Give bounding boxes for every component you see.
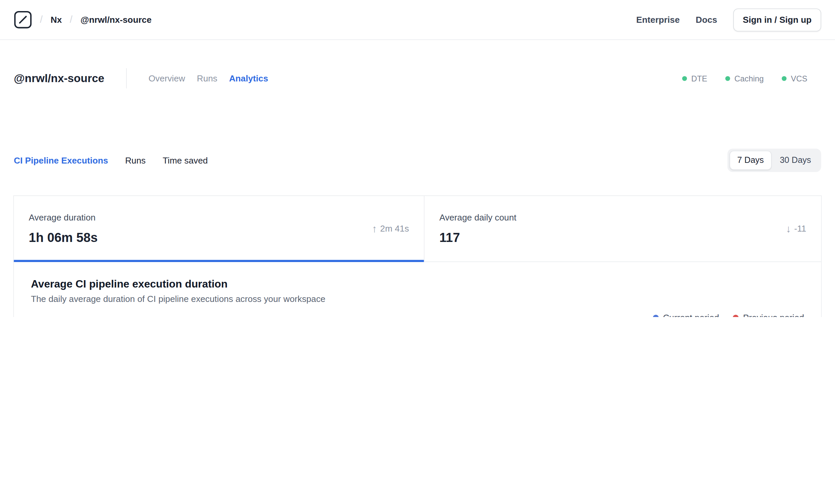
delta-value: 2m 41s xyxy=(380,223,409,234)
card-delta: ↑ 2m 41s xyxy=(372,223,409,235)
status-label: Caching xyxy=(734,74,763,83)
card-delta: ↓ -11 xyxy=(786,223,807,235)
tab-ci-pipeline-executions[interactable]: CI Pipeline Executions xyxy=(14,155,108,165)
status-indicators: DTE Caching VCS xyxy=(682,74,807,83)
date-range-toggle: 7 Days 30 Days xyxy=(727,148,821,172)
tab-runs-metric[interactable]: Runs xyxy=(125,155,145,165)
signin-button[interactable]: Sign in / Sign up xyxy=(733,8,821,31)
chart-subtitle: The daily average duration of CI pipelin… xyxy=(31,294,804,304)
range-30-days-button[interactable]: 30 Days xyxy=(772,151,819,170)
delta-value: -11 xyxy=(794,223,806,234)
breadcrumb-separator: / xyxy=(40,14,43,25)
current-period-dot-icon xyxy=(653,315,658,317)
page-title: @nrwl/nx-source xyxy=(14,72,104,85)
workspace-header: @nrwl/nx-source Overview Runs Analytics … xyxy=(0,40,835,88)
previous-period-dot-icon xyxy=(733,315,738,317)
nx-logo-icon[interactable] xyxy=(14,11,32,29)
card-main: Average duration 1h 06m 58s xyxy=(29,213,372,245)
legend-label: Previous period xyxy=(743,313,804,317)
stat-cards-row: Average duration 1h 06m 58s ↑ 2m 41s Ave… xyxy=(14,196,821,262)
topnav: Enterprise Docs Sign in / Sign up xyxy=(636,8,821,31)
chart-title: Average CI pipeline execution duration xyxy=(31,278,804,290)
dte-status-dot-icon xyxy=(682,76,687,80)
arrow-down-icon: ↓ xyxy=(786,223,791,235)
legend-label: Current period xyxy=(663,313,719,317)
arrow-up-icon: ↑ xyxy=(372,223,377,235)
status-dte: DTE xyxy=(682,74,707,83)
breadcrumb-separator: / xyxy=(70,14,73,25)
page: / Nx / @nrwl/nx-source Enterprise Docs S… xyxy=(0,0,835,317)
chart-section: Average CI pipeline execution duration T… xyxy=(14,262,821,317)
metric-tab-row: CI Pipeline Executions Runs Time saved 7… xyxy=(0,148,835,172)
workspace-tabs: Overview Runs Analytics xyxy=(148,74,268,83)
enterprise-link[interactable]: Enterprise xyxy=(636,15,680,25)
status-label: VCS xyxy=(791,74,807,83)
topbar: / Nx / @nrwl/nx-source Enterprise Docs S… xyxy=(0,0,835,40)
breadcrumb-org[interactable]: Nx xyxy=(50,15,62,25)
average-daily-count-card[interactable]: Average daily count 117 ↓ -11 xyxy=(424,196,821,261)
legend-current-period[interactable]: Current period xyxy=(653,313,719,317)
chart-legend: Current period Previous period xyxy=(31,313,804,317)
nx-logo-svg xyxy=(14,11,32,29)
status-vcs: VCS xyxy=(782,74,807,83)
card-title: Average daily count xyxy=(439,213,786,222)
breadcrumb-repo[interactable]: @nrwl/nx-source xyxy=(80,15,151,25)
analytics-panel: Average duration 1h 06m 58s ↑ 2m 41s Ave… xyxy=(14,195,822,317)
vertical-divider xyxy=(126,68,127,88)
tab-analytics[interactable]: Analytics xyxy=(229,74,268,83)
metric-tabs: CI Pipeline Executions Runs Time saved xyxy=(14,155,208,165)
tab-overview[interactable]: Overview xyxy=(148,74,185,83)
docs-link[interactable]: Docs xyxy=(696,15,717,25)
vcs-status-dot-icon xyxy=(782,76,787,80)
tab-time-saved[interactable]: Time saved xyxy=(163,155,208,165)
tab-runs[interactable]: Runs xyxy=(197,74,217,83)
card-value: 1h 06m 58s xyxy=(29,230,372,245)
average-duration-card[interactable]: Average duration 1h 06m 58s ↑ 2m 41s xyxy=(14,196,424,261)
legend-previous-period[interactable]: Previous period xyxy=(733,313,804,317)
card-title: Average duration xyxy=(29,213,372,222)
caching-status-dot-icon xyxy=(726,76,730,80)
range-7-days-button[interactable]: 7 Days xyxy=(730,151,772,170)
status-caching: Caching xyxy=(726,74,764,83)
card-value: 117 xyxy=(439,230,786,245)
card-main: Average daily count 117 xyxy=(439,213,786,245)
status-label: DTE xyxy=(691,74,707,83)
